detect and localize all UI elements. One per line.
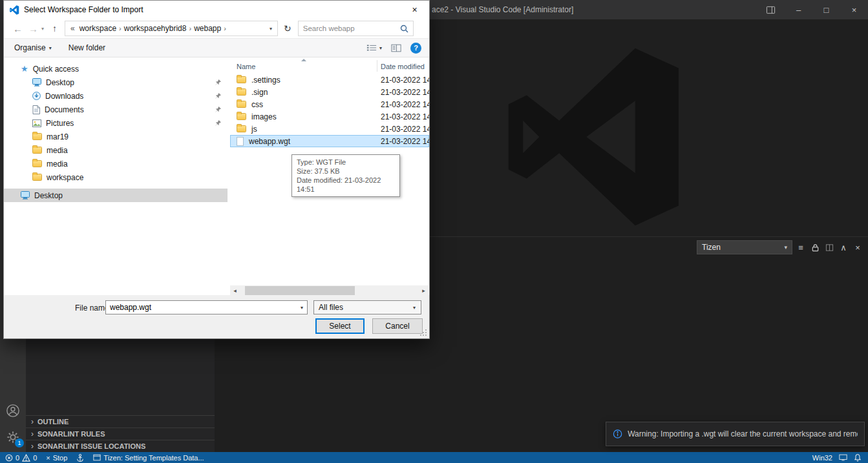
dialog-close-button[interactable]: ×	[400, 1, 429, 19]
file-name: images	[251, 112, 277, 121]
bell-icon[interactable]	[854, 453, 862, 462]
sidebar-item-mar19[interactable]: mar19	[4, 130, 228, 143]
folder-icon	[237, 88, 246, 96]
notification-text: Warning: Importing a .wgt will clear the…	[628, 429, 858, 438]
table-row-selected[interactable]: webapp.wgt 21-03-2022 14:5	[230, 135, 429, 147]
breadcrumb-separator-icon[interactable]: ›	[224, 25, 226, 32]
tizen-task-status[interactable]: Tizen: Setting Templates Data...	[93, 454, 204, 462]
up-button[interactable]: ↑	[52, 23, 57, 34]
table-row[interactable]: css 21-03-2022 14:5	[230, 98, 429, 110]
status-bar: 0 0 × Stop Tizen: Setting Templates Data…	[0, 452, 868, 463]
settings-gear-icon[interactable]: 1	[5, 429, 21, 445]
sidebar-item-quick-access[interactable]: ★ Quick access	[4, 62, 228, 76]
sidebar-item-pictures[interactable]: Pictures	[4, 116, 228, 130]
column-divider[interactable]	[377, 60, 377, 72]
select-button[interactable]: Select	[315, 318, 365, 334]
output-channel-value: Tizen	[702, 243, 721, 252]
file-name-combobox: ▾	[105, 300, 308, 314]
resize-grip[interactable]	[419, 328, 427, 336]
chevron-right-icon: ›	[31, 417, 34, 426]
breadcrumb-item[interactable]: webapp	[191, 24, 224, 33]
table-row[interactable]: .sign 21-03-2022 14:5	[230, 86, 429, 98]
pin-icon	[215, 79, 222, 86]
stop-button[interactable]: × Stop	[46, 454, 67, 462]
sidebar-item-workspace[interactable]: workspace	[4, 170, 228, 184]
help-icon[interactable]: ?	[410, 43, 421, 54]
sidebar-item-label: Documents	[45, 105, 84, 114]
platform-label[interactable]: Win32	[812, 454, 832, 462]
organise-menu[interactable]: Organise ▾	[14, 43, 52, 52]
forward-button[interactable]: →	[28, 23, 38, 34]
problems-indicator[interactable]: 0 0	[5, 454, 37, 462]
maximize-panel-icon[interactable]: ∧	[838, 242, 849, 252]
address-dropdown-icon[interactable]: ▾	[270, 26, 274, 32]
sidebar-item-desktop-root[interactable]: Desktop	[4, 189, 228, 202]
section-label: OUTLINE	[37, 418, 69, 426]
menu-lines-icon[interactable]: ≡	[796, 242, 806, 252]
sidebar-item-desktop[interactable]: Desktop	[4, 76, 228, 89]
sidebar-item-media[interactable]: media	[4, 157, 228, 170]
info-icon	[613, 429, 622, 439]
dialog-title: Select Workspace Folder to Import	[24, 5, 143, 14]
monitor-icon	[32, 78, 41, 87]
breadcrumb-item[interactable]: workspace	[77, 24, 119, 33]
sidebar-item-media[interactable]: media	[4, 143, 228, 157]
maximize-button[interactable]: □	[812, 0, 840, 19]
settings-badge: 1	[15, 438, 24, 448]
output-channel-select[interactable]: Tizen ▾	[697, 240, 792, 254]
sidebar-item-label: Downloads	[45, 92, 83, 101]
screen-icon[interactable]	[839, 454, 847, 461]
table-row[interactable]: .settings 21-03-2022 14:5	[230, 74, 429, 86]
history-dropdown-icon[interactable]: ▾	[41, 26, 44, 32]
column-header-date-modified[interactable]: Date modified	[381, 63, 425, 70]
notification-toast[interactable]: Warning: Importing a .wgt will clear the…	[606, 422, 865, 446]
scroll-right-icon[interactable]: ▸	[419, 287, 429, 294]
breadcrumb-item[interactable]: workspacehybrid8	[122, 24, 189, 33]
column-header-name[interactable]: Name	[237, 63, 255, 70]
sidebar-item-documents[interactable]: Documents	[4, 103, 228, 116]
scroll-left-icon[interactable]: ◂	[230, 287, 240, 294]
search-input[interactable]	[303, 25, 397, 32]
preview-pane-icon[interactable]	[391, 44, 401, 52]
file-name-input[interactable]	[106, 303, 297, 312]
close-panel-icon[interactable]: ×	[852, 242, 863, 252]
panel-actions: ≡ ∧ ×	[796, 242, 863, 252]
back-button[interactable]: ←	[13, 23, 23, 34]
file-name: webapp.wgt	[249, 137, 290, 146]
file-type-select[interactable]: All files ▾	[313, 300, 421, 314]
horizontal-scrollbar[interactable]: ◂ ▸	[230, 285, 429, 296]
table-row[interactable]: images 21-03-2022 14:5	[230, 110, 429, 123]
lock-scroll-icon[interactable]	[810, 242, 820, 252]
stop-x-icon: ×	[46, 454, 50, 462]
sidebar-item-label: media	[47, 146, 68, 155]
pin-icon	[215, 106, 222, 113]
star-icon: ★	[21, 64, 28, 74]
file-name: js	[251, 125, 257, 134]
layout-toggle-icon[interactable]	[757, 0, 785, 19]
refresh-button[interactable]: ↻	[284, 23, 291, 34]
anchor-status-item[interactable]	[76, 453, 84, 462]
minimize-button[interactable]: –	[785, 0, 812, 19]
scrollbar-track[interactable]	[240, 285, 419, 296]
section-outline[interactable]: › OUTLINE	[26, 415, 215, 427]
sidebar-item-downloads[interactable]: Downloads	[4, 89, 228, 103]
folder-icon	[237, 125, 246, 132]
section-label: SONARLINT ISSUE LOCATIONS	[37, 442, 145, 450]
sidebar-item-label: Desktop	[34, 191, 63, 200]
table-row[interactable]: js 21-03-2022 14:5	[230, 123, 429, 135]
new-folder-button[interactable]: New folder	[69, 43, 105, 52]
close-window-button[interactable]: ×	[840, 0, 868, 19]
address-bar[interactable]: « workspace › workspacehybrid8 › webapp …	[65, 21, 278, 36]
file-type-value: All files	[319, 303, 409, 312]
account-icon[interactable]	[5, 403, 21, 418]
folder-icon	[32, 174, 42, 181]
chevron-down-icon[interactable]: ▾	[297, 305, 307, 311]
folder-icon	[237, 113, 246, 120]
breadcrumb-overflow-icon[interactable]: «	[69, 24, 77, 33]
cancel-button[interactable]: Cancel	[372, 318, 423, 334]
section-sonarlint-rules[interactable]: › SONARLINT RULES	[26, 427, 215, 440]
change-view-button[interactable]: ▾	[366, 44, 382, 52]
section-sonarlint-issue-locations[interactable]: › SONARLINT ISSUE LOCATIONS	[26, 440, 215, 452]
split-panel-icon[interactable]	[824, 242, 834, 252]
scrollbar-thumb[interactable]	[245, 286, 355, 295]
